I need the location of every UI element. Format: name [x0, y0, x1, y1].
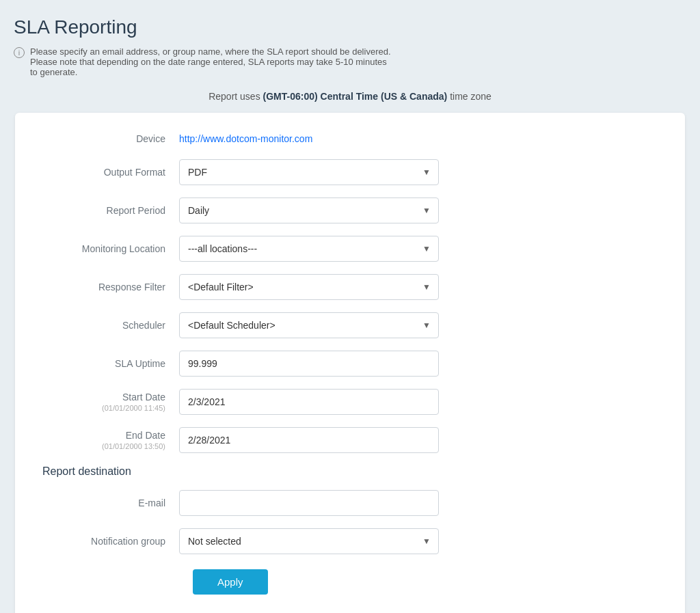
- output-format-wrapper: PDF Excel HTML ▼: [179, 159, 439, 185]
- monitoring-location-label: Monitoring Location: [42, 243, 179, 255]
- end-date-sublabel: (01/01/2000 13:50): [42, 441, 165, 451]
- response-filter-select[interactable]: <Default Filter>: [179, 274, 439, 300]
- info-text: Please specify an email address, or grou…: [30, 46, 396, 77]
- email-row: E-mail: [42, 490, 658, 516]
- report-period-wrapper: Daily Weekly Monthly Custom ▼: [179, 197, 439, 223]
- monitoring-location-wrapper: ---all locations--- ▼: [179, 236, 439, 262]
- email-input[interactable]: [179, 490, 439, 516]
- timezone-value: (GMT-06:00) Central Time (US & Canada): [263, 91, 448, 102]
- start-date-label: Start Date (01/01/2000 11:45): [42, 391, 179, 413]
- info-icon: i: [14, 47, 25, 58]
- report-destination-title: Report destination: [42, 465, 658, 478]
- end-date-label: End Date (01/01/2000 13:50): [42, 429, 179, 451]
- report-period-label: Report Period: [42, 204, 179, 217]
- device-link[interactable]: http://www.dotcom-monitor.com: [179, 133, 312, 144]
- start-date-sublabel: (01/01/2000 11:45): [42, 403, 165, 413]
- timezone-bar: Report uses (GMT-06:00) Central Time (US…: [14, 91, 686, 102]
- start-date-input[interactable]: [179, 389, 439, 415]
- response-filter-wrapper: <Default Filter> ▼: [179, 274, 439, 300]
- sla-uptime-row: SLA Uptime: [42, 351, 658, 377]
- email-label: E-mail: [42, 497, 179, 509]
- notification-group-label: Notification group: [42, 535, 179, 547]
- scheduler-row: Scheduler <Default Scheduler> ▼: [42, 312, 658, 338]
- scheduler-select[interactable]: <Default Scheduler>: [179, 312, 439, 338]
- info-bar: i Please specify an email address, or gr…: [14, 46, 396, 77]
- monitoring-location-select[interactable]: ---all locations---: [179, 236, 439, 262]
- start-date-row: Start Date (01/01/2000 11:45): [42, 389, 658, 415]
- sla-uptime-label: SLA Uptime: [42, 357, 179, 370]
- timezone-prefix: Report uses: [208, 91, 260, 102]
- response-filter-label: Response Filter: [42, 281, 179, 293]
- device-row: Device http://www.dotcom-monitor.com: [42, 133, 658, 144]
- notification-group-wrapper: Not selected ▼: [179, 528, 439, 554]
- report-period-select[interactable]: Daily Weekly Monthly Custom: [179, 197, 439, 223]
- response-filter-row: Response Filter <Default Filter> ▼: [42, 274, 658, 300]
- monitoring-location-row: Monitoring Location ---all locations--- …: [42, 236, 658, 262]
- end-date-input[interactable]: [179, 427, 439, 453]
- notification-group-row: Notification group Not selected ▼: [42, 528, 658, 554]
- page-title: SLA Reporting: [14, 16, 686, 38]
- output-format-label: Output Format: [42, 166, 179, 178]
- report-period-row: Report Period Daily Weekly Monthly Custo…: [42, 197, 658, 223]
- scheduler-wrapper: <Default Scheduler> ▼: [179, 312, 439, 338]
- end-date-row: End Date (01/01/2000 13:50): [42, 427, 658, 453]
- output-format-select[interactable]: PDF Excel HTML: [179, 159, 439, 185]
- output-format-row: Output Format PDF Excel HTML ▼: [42, 159, 658, 185]
- scheduler-label: Scheduler: [42, 319, 179, 331]
- apply-row: Apply: [42, 567, 658, 595]
- sla-uptime-input[interactable]: [179, 351, 439, 377]
- apply-button[interactable]: Apply: [193, 569, 268, 595]
- device-label: Device: [42, 133, 179, 144]
- notification-group-select[interactable]: Not selected: [179, 528, 439, 554]
- form-card: Device http://www.dotcom-monitor.com Out…: [15, 113, 685, 613]
